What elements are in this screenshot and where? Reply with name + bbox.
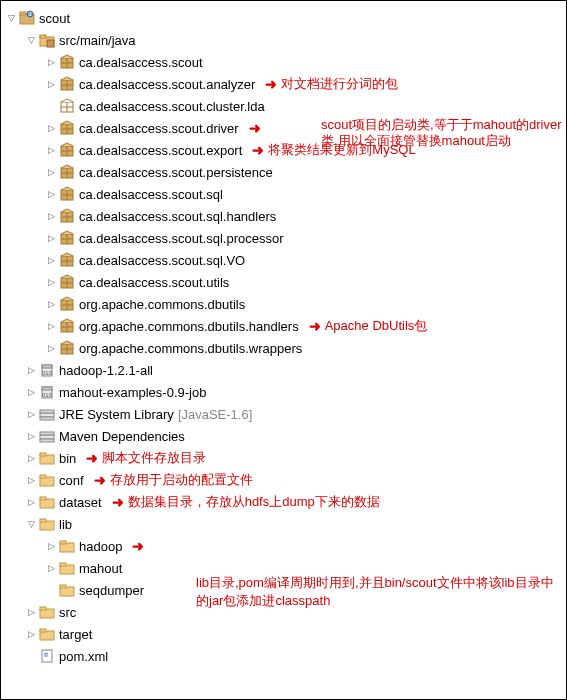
toggle-closed-icon[interactable]: ▷ xyxy=(25,606,37,618)
tree-item-label: target xyxy=(59,627,92,642)
toggle-none xyxy=(25,650,37,662)
jar-icon: 010 xyxy=(39,362,55,378)
tree-item-label: seqdumper xyxy=(79,583,144,598)
toggle-closed-icon[interactable]: ▷ xyxy=(25,496,37,508)
toggle-closed-icon[interactable]: ▷ xyxy=(45,122,57,134)
tree-item[interactable]: ▷ca.dealsaccess.scout.sql xyxy=(1,183,566,205)
tree-item-label: mahout xyxy=(79,561,122,576)
tree-item-source-folder[interactable]: ▽ src/main/java xyxy=(1,29,566,51)
toggle-closed-icon[interactable]: ▷ xyxy=(45,540,57,552)
package-icon xyxy=(59,208,75,224)
package-icon xyxy=(59,274,75,290)
tree-item[interactable]: ▷conf➜存放用于启动的配置文件 xyxy=(1,469,566,491)
toggle-closed-icon[interactable]: ▷ xyxy=(45,144,57,156)
tree-item[interactable]: mpom.xml xyxy=(1,645,566,667)
tree-item[interactable]: ▽lib xyxy=(1,513,566,535)
tree-item-label: bin xyxy=(59,451,76,466)
tree-item-label: ca.dealsaccess.scout.export xyxy=(79,143,242,158)
toggle-closed-icon[interactable]: ▷ xyxy=(45,320,57,332)
toggle-closed-icon[interactable]: ▷ xyxy=(25,408,37,420)
tree-item[interactable]: ▷ca.dealsaccess.scout.analyzer➜对文档进行分词的包 xyxy=(1,73,566,95)
svg-text:010: 010 xyxy=(42,392,53,398)
toggle-closed-icon[interactable]: ▷ xyxy=(45,342,57,354)
tree-item[interactable]: ▷dataset➜数据集目录，存放从hdfs上dump下来的数据 xyxy=(1,491,566,513)
toggle-closed-icon[interactable]: ▷ xyxy=(45,78,57,90)
tree-item-label: org.apache.commons.dbutils.handlers xyxy=(79,319,299,334)
jre-icon xyxy=(39,406,55,422)
svg-rect-76 xyxy=(40,607,46,610)
toggle-closed-icon[interactable]: ▷ xyxy=(45,254,57,266)
tree-item-label: ca.dealsaccess.scout xyxy=(79,55,203,70)
jre-icon xyxy=(39,428,55,444)
annotation-text: 对文档进行分词的包 xyxy=(281,75,398,93)
tree-item[interactable]: ▷ca.dealsaccess.scout.persistence xyxy=(1,161,566,183)
tree-item[interactable]: ▷ca.dealsaccess.scout.sql.VO xyxy=(1,249,566,271)
tree-item[interactable]: ▷hadoop➜ xyxy=(1,535,566,557)
arrow-icon: ➜ xyxy=(132,538,144,554)
toggle-closed-icon[interactable]: ▷ xyxy=(25,628,37,640)
tree-item[interactable]: ▷ca.dealsaccess.scout xyxy=(1,51,566,73)
toggle-closed-icon[interactable]: ▷ xyxy=(45,276,57,288)
svg-rect-68 xyxy=(40,519,46,522)
tree-item[interactable]: ca.dealsaccess.scout.cluster.lda xyxy=(1,95,566,117)
toggle-closed-icon[interactable]: ▷ xyxy=(25,474,37,486)
tree-item[interactable]: ▷target xyxy=(1,623,566,645)
tree-item[interactable]: ▷org.apache.commons.dbutils.handlers➜Apa… xyxy=(1,315,566,337)
tree-item[interactable]: ▷010mahout-examples-0.9-job xyxy=(1,381,566,403)
package-icon xyxy=(59,76,75,92)
tree-item[interactable]: ▷org.apache.commons.dbutils xyxy=(1,293,566,315)
arrow-icon: ➜ xyxy=(252,142,264,158)
annotation-text: 脚本文件存放目录 xyxy=(102,449,206,467)
tree-item-label: mahout-examples-0.9-job xyxy=(59,385,206,400)
tree-item-project[interactable]: ▽ J scout xyxy=(1,7,566,29)
toggle-closed-icon[interactable]: ▷ xyxy=(25,386,37,398)
tree-item-label: org.apache.commons.dbutils xyxy=(79,297,245,312)
source-folder-label: src/main/java xyxy=(59,33,136,48)
toggle-closed-icon[interactable]: ▷ xyxy=(25,364,37,376)
toggle-closed-icon[interactable]: ▷ xyxy=(45,298,57,310)
toggle-closed-icon[interactable]: ▷ xyxy=(45,562,57,574)
svg-rect-62 xyxy=(40,453,46,456)
toggle-closed-icon[interactable]: ▷ xyxy=(45,188,57,200)
tree-item[interactable]: ▷ca.dealsaccess.scout.sql.processor xyxy=(1,227,566,249)
toggle-open-icon[interactable]: ▽ xyxy=(5,12,17,24)
toggle-closed-icon[interactable]: ▷ xyxy=(45,210,57,222)
toggle-closed-icon[interactable]: ▷ xyxy=(25,452,37,464)
tree-item-label: lib xyxy=(59,517,72,532)
svg-rect-74 xyxy=(60,585,66,588)
tree-item[interactable]: ▷ca.dealsaccess.scout.utils xyxy=(1,271,566,293)
file-icon: m xyxy=(39,648,55,664)
svg-rect-60 xyxy=(40,439,54,442)
arrow-icon: ➜ xyxy=(309,318,321,334)
project-label: scout xyxy=(39,11,70,26)
tree-item[interactable]: ▷org.apache.commons.dbutils.wrappers xyxy=(1,337,566,359)
tree-item-label: ca.dealsaccess.scout.utils xyxy=(79,275,229,290)
tree-item[interactable]: ▷src xyxy=(1,601,566,623)
tree-item[interactable]: ▷010hadoop-1.2.1-all xyxy=(1,359,566,381)
toggle-closed-icon[interactable]: ▷ xyxy=(45,166,57,178)
toggle-open-icon[interactable]: ▽ xyxy=(25,518,37,530)
arrow-icon: ➜ xyxy=(86,450,98,466)
annotation-driver: scout项目的启动类,等于于mahout的driver类,用以全面接管替换ma… xyxy=(321,117,567,149)
package-icon xyxy=(59,318,75,334)
toggle-closed-icon[interactable]: ▷ xyxy=(45,232,57,244)
tree-item[interactable]: ▷Maven Dependencies xyxy=(1,425,566,447)
tree-item-label: ca.dealsaccess.scout.sql.processor xyxy=(79,231,283,246)
tree-item[interactable]: ▷ca.dealsaccess.scout.sql.handlers xyxy=(1,205,566,227)
svg-text:010: 010 xyxy=(42,370,53,376)
tree-item[interactable]: ▷bin➜脚本文件存放目录 xyxy=(1,447,566,469)
tree-item-label: pom.xml xyxy=(59,649,108,664)
svg-text:m: m xyxy=(44,652,48,658)
svg-rect-55 xyxy=(40,413,54,417)
folder-icon xyxy=(59,560,75,576)
tree-item-label: ca.dealsaccess.scout.sql xyxy=(79,187,223,202)
toggle-open-icon[interactable]: ▽ xyxy=(25,34,37,46)
annotation-text: Apache DbUtils包 xyxy=(325,317,428,335)
package-icon xyxy=(59,54,75,70)
tree-item-label: ca.dealsaccess.scout.persistence xyxy=(79,165,273,180)
toggle-closed-icon[interactable]: ▷ xyxy=(45,56,57,68)
folder-icon xyxy=(39,604,55,620)
tree-item[interactable]: ▷JRE System Library[JavaSE-1.6] xyxy=(1,403,566,425)
toggle-closed-icon[interactable]: ▷ xyxy=(25,430,37,442)
annotation-text: 存放用于启动的配置文件 xyxy=(110,471,253,489)
